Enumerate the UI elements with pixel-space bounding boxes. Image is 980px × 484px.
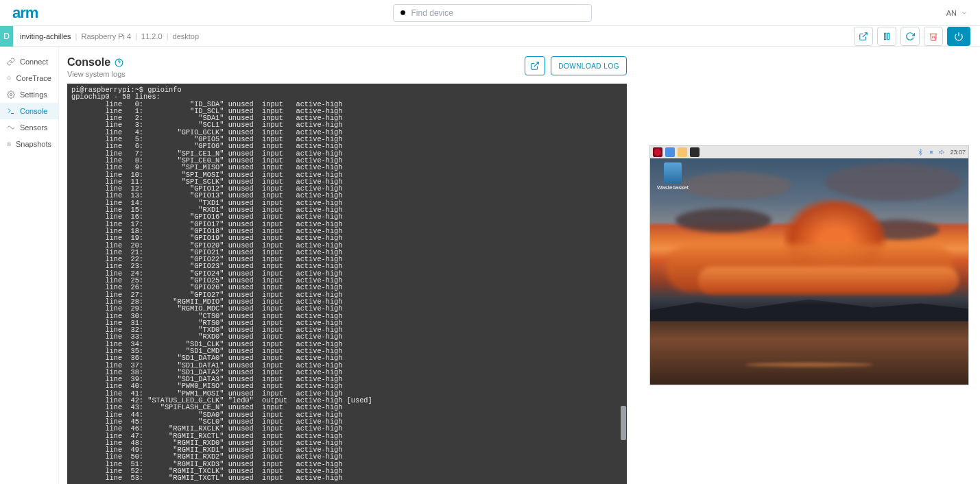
bluetooth-icon[interactable] (917, 149, 924, 156)
svg-marker-14 (940, 150, 942, 154)
user-menu[interactable]: AN (946, 9, 968, 17)
refresh-icon (905, 32, 915, 41)
crumb-version: 11.2.0 (141, 32, 163, 40)
sidebar-item-label: Settings (20, 90, 47, 99)
svg-point-10 (8, 143, 10, 145)
vnc-desktop[interactable]: Wastebasket (650, 158, 968, 385)
breadcrumb: inviting-achilles | Raspberry Pi 4 | 11.… (13, 32, 199, 40)
svg-point-8 (10, 94, 12, 96)
svg-line-13 (534, 62, 538, 66)
terminal[interactable]: pi@raspberrypi:~$ gpioinfo gpiochip0 - 5… (67, 84, 620, 484)
svg-rect-4 (887, 33, 889, 39)
svg-line-7 (10, 79, 10, 80)
crumb-mode: desktop (173, 32, 200, 40)
wastebasket[interactable]: Wastebasket (657, 162, 689, 191)
sidebar-item-label: Snapshots (16, 140, 51, 148)
open-external-button[interactable] (854, 27, 873, 46)
chevron-down-icon (961, 10, 968, 16)
terminal-icon[interactable] (690, 147, 700, 157)
svg-rect-3 (885, 33, 886, 39)
page-subtitle: View system logs (67, 70, 126, 78)
network-icon[interactable] (928, 149, 935, 156)
sidebar-item-connect[interactable]: Connect (0, 53, 58, 70)
refresh-button[interactable] (900, 27, 920, 46)
sidebar-item-snapshots[interactable]: Snapshots (0, 136, 58, 152)
sidebar-item-coretrace[interactable]: CoreTrace (0, 70, 58, 86)
wastebasket-label: Wastebasket (657, 184, 689, 191)
search-input[interactable]: Find device (393, 4, 592, 22)
open-external-icon (859, 32, 868, 41)
crumb-model: Raspberry Pi 4 (81, 32, 131, 40)
logo[interactable]: arm (12, 4, 38, 22)
pause-button[interactable] (877, 27, 896, 46)
device-badge: D (0, 26, 13, 47)
crumb-device[interactable]: inviting-achilles (20, 32, 71, 40)
vnc-screen[interactable]: 23:07 Wastebasket (650, 146, 968, 385)
search-placeholder: Find device (411, 8, 453, 18)
volume-icon[interactable] (939, 149, 946, 156)
page-title: Console (67, 56, 126, 69)
wastebasket-icon (664, 162, 682, 183)
files-icon[interactable] (678, 147, 687, 157)
sidebar-item-label: CoreTrace (16, 74, 51, 82)
svg-point-0 (401, 10, 405, 15)
terminal-scrollbar[interactable] (620, 84, 627, 484)
delete-button[interactable] (924, 27, 943, 46)
trash-icon (929, 32, 938, 41)
vnc-taskbar[interactable]: 23:07 (650, 146, 968, 158)
user-initials: AN (946, 9, 957, 17)
sidebar-item-console[interactable]: Console (0, 103, 58, 119)
sidebar: ConnectCoreTraceSettingsConsoleSensorsSn… (0, 47, 59, 484)
svg-line-1 (405, 14, 406, 16)
raspberry-icon[interactable] (653, 147, 662, 157)
open-console-external-button[interactable] (525, 56, 545, 75)
vnc-clock: 23:07 (950, 149, 966, 156)
power-button[interactable] (947, 27, 970, 46)
svg-line-2 (863, 32, 867, 36)
power-icon (954, 32, 964, 41)
help-icon[interactable] (115, 58, 123, 67)
browser-icon[interactable] (665, 147, 675, 157)
search-icon (399, 9, 407, 17)
sidebar-item-sensors[interactable]: Sensors (0, 119, 58, 136)
sidebar-item-settings[interactable]: Settings (0, 86, 58, 103)
sidebar-item-label: Sensors (20, 123, 47, 132)
svg-point-6 (8, 77, 10, 80)
pause-icon (882, 32, 892, 41)
sidebar-item-label: Connect (20, 58, 48, 66)
device-preview: 23:07 Wastebasket (638, 47, 980, 484)
open-external-icon (530, 61, 540, 71)
sidebar-item-label: Console (20, 107, 47, 115)
download-log-button[interactable]: DOWNLOAD LOG (551, 56, 627, 75)
